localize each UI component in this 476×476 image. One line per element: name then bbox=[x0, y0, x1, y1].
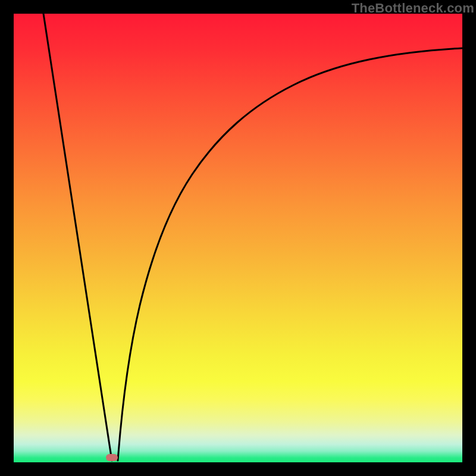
bottleneck-curve-left bbox=[43, 14, 112, 461]
curve-layer bbox=[14, 14, 462, 462]
chart-frame: TheBottleneck.com bbox=[14, 14, 462, 462]
bottleneck-curve-right bbox=[118, 48, 462, 461]
bottleneck-marker bbox=[106, 454, 118, 461]
